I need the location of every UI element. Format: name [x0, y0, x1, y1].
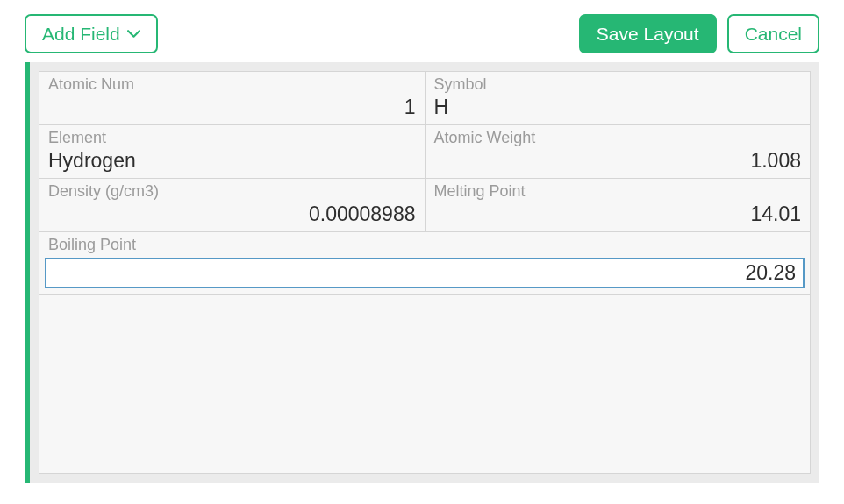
field-label: Melting Point — [434, 182, 802, 201]
cancel-button[interactable]: Cancel — [727, 14, 819, 53]
chevron-down-icon — [127, 30, 140, 39]
selected-field-wrapper — [45, 258, 805, 288]
field-symbol[interactable]: Symbol H — [426, 72, 811, 124]
field-label: Boiling Point — [48, 236, 801, 254]
field-value: 1.008 — [434, 149, 802, 173]
save-layout-button[interactable]: Save Layout — [579, 14, 717, 53]
field-label: Density (g/cm3) — [48, 182, 416, 201]
field-element[interactable]: Element Hydrogen — [39, 125, 426, 178]
grid-row: Boiling Point — [39, 232, 810, 295]
add-field-label: Add Field — [42, 23, 120, 45]
field-value: 1 — [48, 96, 416, 119]
field-value: 14.01 — [434, 202, 802, 226]
field-density[interactable]: Density (g/cm3) 0.00008988 — [39, 179, 426, 231]
field-label: Element — [48, 129, 416, 147]
field-value: Hydrogen — [48, 149, 416, 173]
boiling-point-input[interactable] — [45, 258, 805, 288]
grid-row: Density (g/cm3) 0.00008988 Melting Point… — [39, 179, 810, 232]
field-label: Atomic Weight — [434, 129, 802, 147]
layout-panel: Atomic Num 1 Symbol H Element Hydrogen A… — [25, 62, 819, 483]
toolbar: Add Field Save Layout Cancel — [25, 14, 819, 53]
field-grid: Atomic Num 1 Symbol H Element Hydrogen A… — [39, 71, 811, 474]
field-label: Symbol — [434, 75, 802, 94]
grid-row: Element Hydrogen Atomic Weight 1.008 — [39, 125, 810, 179]
field-value: 0.00008988 — [48, 202, 416, 226]
field-atomic-num[interactable]: Atomic Num 1 — [39, 72, 426, 124]
field-boiling-point[interactable]: Boiling Point — [39, 232, 810, 294]
field-label: Atomic Num — [48, 75, 416, 94]
grid-row: Atomic Num 1 Symbol H — [39, 72, 810, 125]
field-melting-point[interactable]: Melting Point 14.01 — [426, 179, 811, 231]
add-field-button[interactable]: Add Field — [25, 14, 158, 53]
grid-empty-area[interactable] — [39, 295, 810, 473]
field-atomic-weight[interactable]: Atomic Weight 1.008 — [426, 125, 811, 178]
field-value: H — [434, 96, 802, 119]
